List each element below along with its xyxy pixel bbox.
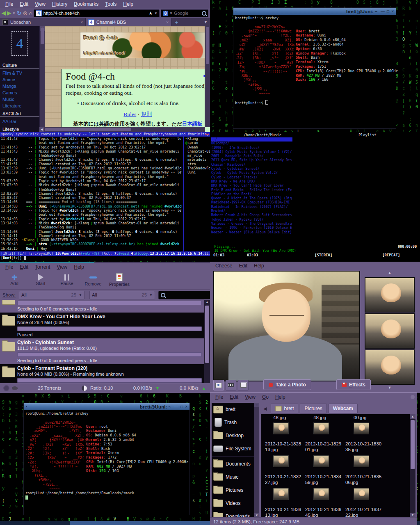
nick-item[interactable]: mrbradeli bbox=[185, 158, 212, 162]
start-button[interactable]: Start bbox=[28, 272, 53, 289]
music-list-item[interactable]: ../ bbox=[211, 137, 292, 142]
music-list-item[interactable]: 2005 - Hangable Auto Bulb/ bbox=[211, 154, 292, 158]
torrent-scrollbar[interactable]: ▲ bbox=[204, 300, 210, 383]
scrollbar-thumb[interactable] bbox=[41, 28, 44, 44]
nick-item[interactable]: @sprum bbox=[185, 141, 212, 145]
page-hscrollbar[interactable]: ◀ bbox=[39, 127, 205, 132]
fm-menu-view[interactable]: View bbox=[242, 394, 258, 400]
url-dropdown-icon[interactable]: ▼ bbox=[154, 11, 158, 15]
music-list-item[interactable]: Eric B and Rakim - Follow The Leader (Ex bbox=[211, 188, 292, 192]
place-desktop[interactable]: Desktop bbox=[212, 429, 254, 442]
scroll-up-icon[interactable]: ▲ bbox=[410, 414, 415, 419]
terminal-body[interactable]: root@Uuni:/home/brett# archey _suwZ7UZ*2… bbox=[24, 410, 189, 501]
search-input[interactable]: 8 ▼ Google bbox=[161, 9, 208, 17]
take-photo-button[interactable]: Take a Photo bbox=[263, 379, 311, 390]
menu-file[interactable]: File bbox=[2, 1, 16, 7]
refresh-icon[interactable]: ↻ bbox=[17, 10, 22, 16]
scroll-up-icon[interactable]: − bbox=[254, 403, 259, 407]
rules-link[interactable]: Rules bbox=[123, 111, 136, 117]
minimize-icon[interactable]: — bbox=[174, 404, 178, 409]
terminal-titlebar[interactable]: ·brett@Uuni: ~—□× bbox=[233, 8, 396, 15]
search-icon[interactable] bbox=[202, 11, 206, 16]
fm-menu-file[interactable]: File bbox=[212, 394, 226, 400]
window-menu-icon[interactable]: · bbox=[26, 404, 27, 409]
search-engine-dropdown-icon[interactable]: ▼ bbox=[169, 11, 173, 15]
tab-list-dropdown-icon[interactable]: ▼ bbox=[201, 18, 210, 26]
history-dropdown-icon[interactable]: ▼ bbox=[12, 11, 16, 15]
place-downloads[interactable]: Downloads bbox=[212, 510, 254, 518]
photo-mode-button[interactable] bbox=[213, 380, 224, 390]
music-list-item[interactable]: Various - Grease - The Original Soundtra bbox=[211, 222, 292, 226]
fm-sidebar-scrollbar[interactable]: − ▼ bbox=[254, 403, 259, 518]
music-list-item[interactable]: Radiohead - In Rainbows (2007) [FLAC]/ bbox=[211, 205, 292, 209]
torrent-row[interactable]: Cylob - Formant Potaton (320)None of 94.… bbox=[0, 364, 204, 383]
file-item[interactable]: 2012-10-21-1836 45.jpg bbox=[305, 488, 345, 518]
tab-close-icon[interactable]: × bbox=[80, 20, 83, 25]
photo-thumbnail[interactable] bbox=[365, 349, 415, 385]
shell-prompt[interactable]: brett@Uuni:~$ bbox=[235, 100, 394, 105]
file-item[interactable]: 2012-10-21-1837 22.jpg bbox=[345, 488, 385, 518]
cheese-menu-edit[interactable]: Edit bbox=[236, 262, 250, 269]
sidebar-link-anime[interactable]: Anime bbox=[0, 76, 39, 83]
add-button[interactable]: +Add bbox=[2, 272, 27, 289]
close-icon[interactable]: × bbox=[185, 404, 187, 409]
scroll-left-icon[interactable]: ◀ bbox=[39, 127, 44, 132]
cheese-menu-help[interactable]: Help bbox=[251, 262, 267, 269]
music-list-item[interactable]: Fiddler on the Roof/ bbox=[211, 192, 292, 196]
cheese-menu-cheese[interactable]: Cheese bbox=[212, 262, 235, 269]
file-item[interactable]: 2012-10-21-1830 35.jpg bbox=[345, 422, 385, 452]
menu-history[interactable]: History bbox=[49, 1, 70, 7]
burst-mode-button[interactable] bbox=[238, 380, 249, 390]
sidebar-scrollbar[interactable]: ▲ ▼ bbox=[39, 26, 45, 132]
sidebar-link-aa-bar[interactable]: AA Bar bbox=[0, 118, 39, 125]
file-item[interactable]: 2012-10-21-1828 13.jpg bbox=[265, 422, 304, 452]
music-list-item[interactable]: Cylob - Cylob Music System Vol.2/ bbox=[211, 171, 292, 175]
music-list-item[interactable]: 001compo/ bbox=[211, 142, 292, 146]
menu-bookmarks[interactable]: Bookmarks bbox=[71, 1, 101, 7]
remove-button[interactable]: Remove bbox=[80, 272, 106, 289]
music-list-item[interactable]: Chasin' Rainbows/ bbox=[211, 163, 292, 167]
stop-icon[interactable]: ⊗ bbox=[23, 10, 28, 16]
menu-view[interactable]: View bbox=[32, 1, 48, 7]
terminal-titlebar[interactable]: ·brett@Uuni: ~—□× bbox=[24, 403, 189, 410]
torrent-row[interactable]: DMX Krew - You Can't Hide Your LoveNone … bbox=[0, 313, 204, 338]
forward-icon[interactable]: ▶ bbox=[7, 9, 11, 17]
back-icon[interactable]: ◀ bbox=[2, 9, 6, 17]
thumbs-scroll-up-icon[interactable]: ▲ bbox=[363, 271, 417, 276]
alt-speed-turtle-icon[interactable] bbox=[12, 386, 18, 390]
minimize-icon[interactable]: — bbox=[381, 9, 385, 14]
music-list-item[interactable]: (1990) - I'm Breathless/ bbox=[211, 146, 292, 150]
url-bar[interactable]: 4 http://4-ch.net/4ch ★ ▼ bbox=[34, 9, 160, 17]
scroll-up-icon[interactable]: ▲ bbox=[204, 300, 210, 305]
music-list-item[interactable]: 2011 Quex-RD, Skin Up You're Already Des bbox=[211, 158, 292, 162]
place-music[interactable]: Music bbox=[212, 470, 254, 484]
sidebar-link-manga[interactable]: Manga bbox=[0, 83, 39, 89]
place-file-system[interactable]: File System bbox=[212, 442, 254, 455]
music-list-item[interactable]: DMX Krew - We Are DMX/ bbox=[211, 180, 292, 184]
irc-input[interactable]: [Uuni(ix)] bbox=[1, 256, 26, 260]
breadcrumb-pictures[interactable]: Pictures bbox=[300, 404, 326, 413]
nick-item[interactable]: ~Klang bbox=[185, 137, 212, 141]
scrollbar-thumb[interactable] bbox=[205, 306, 209, 363]
japanese-board-link[interactable]: 日本語板 bbox=[182, 121, 203, 127]
fm-menu-edit[interactable]: Edit bbox=[227, 394, 241, 400]
nick-item[interactable]: ChanStat-01 bbox=[185, 149, 212, 153]
music-list-item[interactable]: Cylob - Lobster Tracks/ bbox=[211, 176, 292, 180]
sidebar-link-film-tv[interactable]: Film & TV bbox=[0, 70, 39, 76]
sidebar-link-music[interactable]: Music bbox=[0, 96, 39, 103]
place-trash[interactable]: Trash bbox=[212, 416, 254, 429]
pause-button[interactable]: Pause bbox=[54, 272, 80, 289]
breadcrumb-brett[interactable]: brett bbox=[271, 404, 298, 413]
sidebar-link-literature[interactable]: Literature bbox=[0, 103, 39, 109]
nick-item[interactable]: mr_vile bbox=[185, 153, 212, 158]
options-gear-icon[interactable] bbox=[4, 386, 9, 390]
tab-uboachan[interactable]: Uboachan× bbox=[0, 18, 86, 26]
file-item[interactable]: 2012-10-21-1829 01.jpg bbox=[305, 422, 345, 452]
ratio-pie-icon[interactable] bbox=[82, 386, 87, 391]
music-list-item[interactable]: Weezer - 1996 - Pinkerton [2010 Deluxe E bbox=[211, 226, 292, 230]
place-videos[interactable]: Videos bbox=[212, 497, 254, 510]
breadcrumb-webcam[interactable]: Webcam bbox=[329, 404, 358, 413]
tab-close-icon[interactable]: × bbox=[166, 20, 169, 25]
music-list-item[interactable]: [2004] Cylob Music System Volume 1 (V2)/ bbox=[211, 150, 292, 154]
menu-help[interactable]: Help bbox=[120, 1, 136, 7]
